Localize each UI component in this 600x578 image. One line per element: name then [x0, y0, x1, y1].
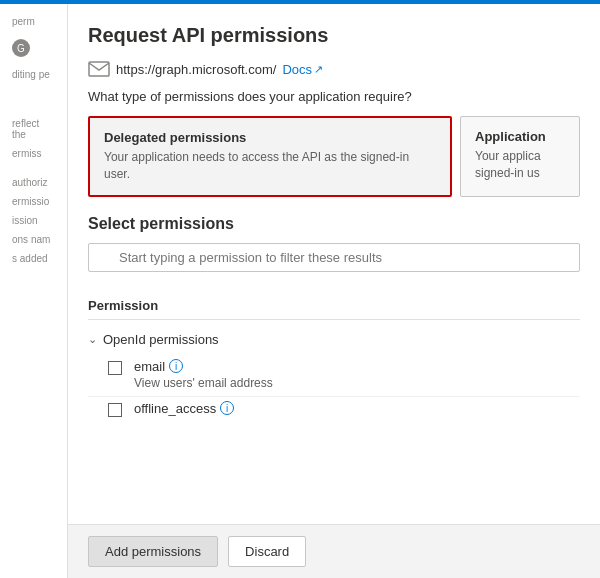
add-permissions-button[interactable]: Add permissions	[88, 536, 218, 567]
application-card-title: Application	[475, 129, 565, 144]
api-url-text: https://graph.microsoft.com/	[116, 62, 276, 77]
api-icon	[88, 61, 110, 77]
sidebar-added-label	[6, 268, 61, 272]
user-icon: G	[12, 39, 30, 57]
bottom-bar: Add permissions Discard	[68, 524, 600, 578]
sidebar-editing-label: diting pe	[6, 65, 61, 84]
page-title: Request API permissions	[88, 24, 580, 47]
sidebar-user-item[interactable]: G	[6, 31, 61, 65]
sidebar-ission-label: ons nam	[6, 230, 61, 249]
offline-perm-details: offline_access i	[134, 401, 234, 418]
docs-label: Docs	[282, 62, 312, 77]
application-permissions-card[interactable]: Application Your applica signed-in us	[460, 116, 580, 197]
openid-section-header[interactable]: ⌄ OpenId permissions	[88, 326, 580, 353]
docs-link[interactable]: Docs ↗	[282, 62, 323, 77]
email-checkbox[interactable]	[108, 361, 122, 375]
sidebar-reflect-label: ermiss	[6, 144, 61, 163]
sidebar-consent-label: reflect the	[6, 114, 61, 144]
delegated-card-title: Delegated permissions	[104, 130, 436, 145]
email-name-row: email i	[134, 359, 273, 374]
email-perm-name: email	[134, 359, 165, 374]
offline-name-row: offline_access i	[134, 401, 234, 416]
email-perm-desc: View users' email address	[134, 376, 273, 390]
api-url-row: https://graph.microsoft.com/ Docs ↗	[88, 61, 580, 77]
external-link-icon: ↗	[314, 63, 323, 76]
openid-section-label: OpenId permissions	[103, 332, 219, 347]
offline-info-icon[interactable]: i	[220, 401, 234, 415]
delegated-card-desc: Your application needs to access the API…	[104, 149, 436, 183]
sidebar-perm-label: perm	[6, 12, 61, 31]
offline-checkbox[interactable]	[108, 403, 122, 417]
sidebar: perm G diting pe reflect the ermiss auth…	[0, 4, 68, 578]
search-input[interactable]	[88, 243, 580, 272]
sidebar-permission-label: authoriz	[6, 173, 61, 192]
svg-rect-0	[89, 62, 109, 76]
email-permission-row: email i View users' email address	[88, 353, 580, 397]
email-info-icon[interactable]: i	[169, 359, 183, 373]
chevron-down-icon: ⌄	[88, 333, 97, 346]
search-wrapper: 🔍	[88, 243, 580, 282]
sidebar-mission-label: ission	[6, 211, 61, 230]
question-text: What type of permissions does your appli…	[88, 89, 580, 104]
sidebar-authoriz-label: ermissio	[6, 192, 61, 211]
offline-access-row: offline_access i	[88, 397, 580, 422]
sidebar-ons-label: s added	[6, 249, 61, 268]
delegated-permissions-card[interactable]: Delegated permissions Your application n…	[88, 116, 452, 197]
email-permission-details: email i View users' email address	[134, 359, 273, 390]
main-content: Request API permissions https://graph.mi…	[68, 4, 600, 578]
openid-section: ⌄ OpenId permissions email i View users'…	[88, 326, 580, 422]
offline-perm-name: offline_access	[134, 401, 216, 416]
table-header: Permission	[88, 292, 580, 320]
application-card-desc: Your applica signed-in us	[475, 148, 565, 182]
discard-button[interactable]: Discard	[228, 536, 306, 567]
select-permissions-label: Select permissions	[88, 215, 580, 233]
permission-cards-row: Delegated permissions Your application n…	[88, 116, 580, 197]
